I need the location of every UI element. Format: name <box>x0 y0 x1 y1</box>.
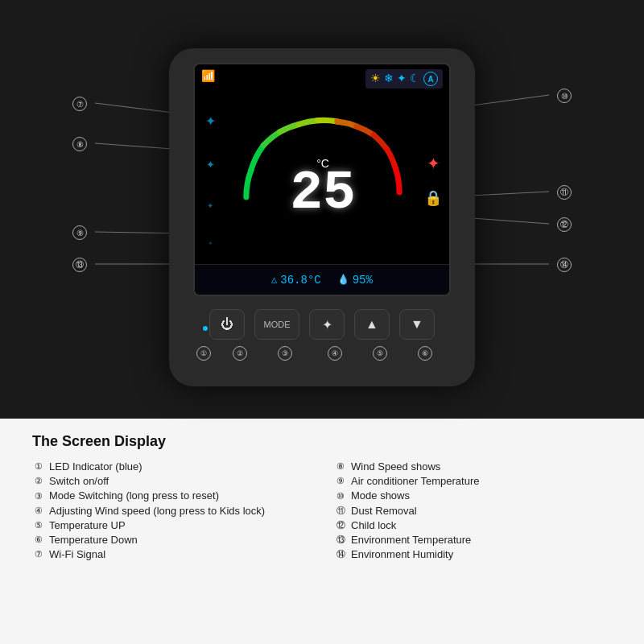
fan-speed-indicators: ✦ ✦ ✦ ✦ <box>195 92 225 269</box>
ann-mode: ③ <box>262 346 308 361</box>
mode-icons-group: ☀ ❄ ✦ ☾ A <box>365 69 443 89</box>
auto-icon: A <box>423 72 438 86</box>
sun-icon: ☀ <box>370 72 381 86</box>
svg-line-0 <box>95 103 173 113</box>
desc-item-9: ⑨ Air conditioner Temperature <box>334 474 612 489</box>
desc-item-5: ⑤ Temperature UP <box>32 518 310 533</box>
annotation-9: ⑨ <box>72 225 87 240</box>
wifi-icon: 📶 <box>201 69 215 82</box>
svg-line-1 <box>95 143 173 149</box>
device-screen: 📶 ☀ ❄ ✦ ☾ A ✦ ✦ ✦ ✦ <box>193 63 451 296</box>
humidity-icon: 💧 <box>337 274 349 286</box>
annotation-7: ⑦ <box>72 97 87 111</box>
description-grid: ① LED Indicator (blue) ② Switch on/off ③… <box>32 460 612 562</box>
desc-item-3: ③ Mode Switching (long press to reset) <box>32 489 310 503</box>
desc-num-10: ⑩ <box>334 489 347 502</box>
desc-item-2: ② Switch on/off <box>32 474 310 489</box>
desc-num-2: ② <box>32 475 45 488</box>
env-temperature-reading: △ 36.8°C <box>271 274 321 287</box>
desc-num-7: ⑦ <box>32 548 45 561</box>
desc-left-column: ① LED Indicator (blue) ② Switch on/off ③… <box>32 460 310 562</box>
desc-item-14: ⑭ Environment Humidity <box>334 547 612 562</box>
env-humidity-value: 95% <box>353 274 373 287</box>
desc-right-column: ⑧ Wind Speed shows ⑨ Air conditioner Tem… <box>334 460 612 562</box>
desc-item-13: ⑬ Environment Temperature <box>334 533 612 547</box>
temperature-gauge: /* rendered via path */ <box>225 92 420 269</box>
control-buttons[interactable]: ⏻ MODE ✦ ▲ ▼ <box>209 309 435 340</box>
led-indicator <box>203 326 208 331</box>
desc-item-10: ⑩ Mode shows <box>334 489 612 503</box>
env-humidity-reading: 💧 95% <box>337 274 373 287</box>
thermostat-device: 📶 ☀ ❄ ✦ ☾ A ✦ ✦ ✦ ✦ <box>169 48 475 386</box>
desc-num-1: ① <box>32 460 45 473</box>
thermometer-icon: △ <box>271 274 277 286</box>
power-button[interactable]: ⏻ <box>209 309 245 340</box>
ann-up: ⑤ <box>362 346 398 361</box>
desc-item-8: ⑧ Wind Speed shows <box>334 460 612 474</box>
desc-item-11: ⑪ Dust Removal <box>334 504 612 518</box>
temp-down-button[interactable]: ▼ <box>399 309 435 340</box>
fan-speed-4: ✦ <box>198 240 222 247</box>
desc-num-14: ⑭ <box>334 548 347 561</box>
desc-item-7: ⑦ Wi-Fi Signal <box>32 547 310 562</box>
ann-led: ① <box>196 346 211 361</box>
annotation-13: ⑬ <box>72 258 87 272</box>
ann-down: ⑥ <box>407 346 443 361</box>
desc-item-12: ⑫ Child lock <box>334 518 612 533</box>
top-icons-bar: 📶 ☀ ❄ ✦ ☾ A <box>195 64 449 92</box>
mode-button[interactable]: MODE <box>254 309 299 340</box>
description-section: The Screen Display ① LED Indicator (blue… <box>0 419 644 644</box>
desc-num-11: ⑪ <box>334 505 347 518</box>
child-lock-icon: 🔒 <box>424 189 442 207</box>
fan-speed-3: ✦ <box>198 201 222 210</box>
desc-num-13: ⑬ <box>334 534 347 547</box>
snowflake-icon: ❄ <box>384 72 394 86</box>
desc-num-4: ④ <box>32 505 45 518</box>
ann-fan: ④ <box>317 346 353 361</box>
description-title: The Screen Display <box>32 433 612 450</box>
desc-num-5: ⑤ <box>32 519 45 532</box>
fan-speed-2: ✦ <box>198 159 222 171</box>
annotation-11: ⑪ <box>557 185 572 200</box>
fan-button[interactable]: ✦ <box>309 309 345 340</box>
fan-speed-1: ✦ <box>198 114 222 129</box>
desc-item-1: ① LED Indicator (blue) <box>32 460 310 474</box>
device-container: ⑦ ⑧ ⑨ ⑬ ⑩ ⑪ ⑫ ⑭ 📶 <box>0 0 644 419</box>
right-indicators: ✦ 🔒 <box>420 92 449 269</box>
env-temp-value: 36.8°C <box>280 274 320 287</box>
desc-num-6: ⑥ <box>32 534 45 547</box>
main-display-area: ✦ ✦ ✦ ✦ /* rendered via path */ <box>195 92 449 269</box>
desc-num-9: ⑨ <box>334 475 347 488</box>
desc-num-3: ③ <box>32 489 45 502</box>
button-annotations: ① ② ③ ④ ⑤ ⑥ <box>196 346 448 361</box>
temperature-display: °C 25 <box>290 157 356 221</box>
bottom-readings: △ 36.8°C 💧 95% <box>195 264 449 295</box>
temp-up-button[interactable]: ▲ <box>354 309 390 340</box>
moon-icon: ☾ <box>410 72 420 86</box>
dust-removal-icon: ✦ <box>427 154 440 173</box>
annotation-14: ⑭ <box>557 258 572 272</box>
temp-value: 25 <box>290 162 356 224</box>
annotation-12: ⑫ <box>557 217 572 232</box>
desc-num-12: ⑫ <box>334 519 347 532</box>
desc-item-4: ④ Adjusting Wind speed (long press to Ki… <box>32 504 310 518</box>
buttons-section: ⏻ MODE ✦ ▲ ▼ ① ② ③ ④ <box>196 296 448 361</box>
annotation-8: ⑧ <box>72 137 87 151</box>
desc-num-8: ⑧ <box>334 460 347 473</box>
annotation-10: ⑩ <box>557 89 572 103</box>
fan-icon: ✦ <box>397 72 407 86</box>
desc-item-6: ⑥ Temperature Down <box>32 533 310 547</box>
ann-power: ② <box>222 346 258 361</box>
